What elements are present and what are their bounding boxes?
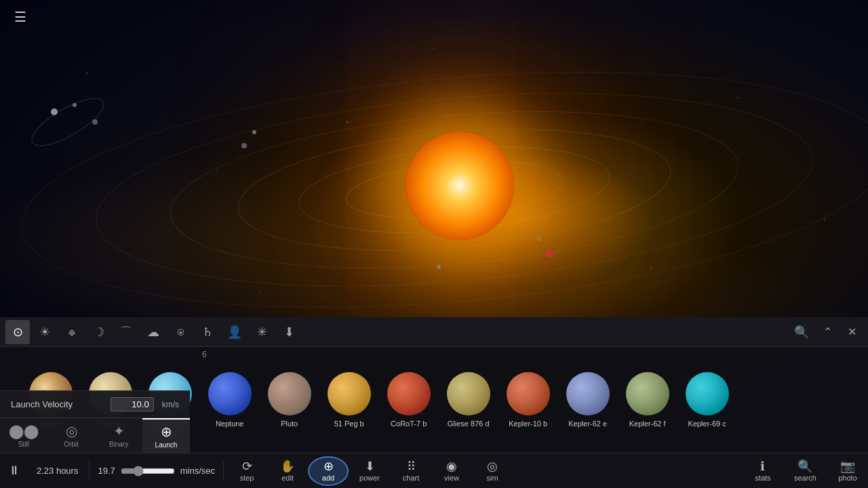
tab-binary[interactable]: ✦ Binary: [95, 418, 142, 453]
obj-btn-sun[interactable]: ☀: [33, 320, 57, 344]
expand-button[interactable]: ⌃: [816, 321, 838, 343]
tab-launch[interactable]: ⊕ Launch: [142, 418, 190, 453]
step-icon: ⟳: [242, 460, 252, 472]
btn-search[interactable]: 🔍 search: [783, 458, 827, 485]
obj-btn-moon[interactable]: ☽: [87, 320, 111, 344]
planet-sphere-corot7b: [387, 372, 431, 415]
search-button-toolbar[interactable]: 🔍: [789, 320, 814, 344]
planet-item-corot7b[interactable]: CoRoT-7 b: [379, 369, 439, 430]
svg-point-11: [73, 103, 77, 107]
planet-sphere-gliese876d: [447, 372, 490, 415]
svg-point-10: [51, 108, 58, 115]
time-display: 2.23 hours: [28, 466, 86, 476]
view-label: view: [444, 474, 459, 482]
planet-sphere-51pegb: [328, 372, 371, 415]
tab-still-label: Still: [18, 441, 29, 448]
search-label: search: [794, 474, 816, 482]
speed-display: 19.7 mins/sec: [92, 466, 220, 476]
nav-tabs: ⬤⬤ Still ◎ Orbit ✦ Binary ⊕ Launch: [0, 418, 190, 453]
btn-power[interactable]: ⬇ power: [349, 458, 391, 485]
btn-photo[interactable]: 📷 photo: [827, 458, 868, 485]
planet-item-kepler62e[interactable]: Kepler-62 e: [558, 369, 618, 430]
edit-icon: ✋: [280, 460, 295, 472]
launch-velocity-input[interactable]: [111, 397, 154, 411]
planet-item-pluto[interactable]: Pluto: [260, 369, 319, 430]
obj-btn-saturn[interactable]: ♄: [195, 320, 220, 344]
planet-sphere-kepler10b: [507, 372, 550, 415]
planet-name-gliese876d: Gliese 876 d: [448, 420, 490, 428]
stats-label: stats: [755, 474, 770, 482]
obj-btn-planet[interactable]: ⊙: [5, 320, 30, 344]
chart-label: chart: [403, 474, 419, 482]
separator-1: [89, 461, 90, 481]
tab-launch-label: Launch: [155, 441, 178, 449]
speed-slider[interactable]: [121, 466, 175, 476]
planet-sphere-pluto: [268, 372, 311, 415]
planet-sphere-kepler69c: [686, 372, 729, 415]
planet-sphere-kepler62e: [566, 372, 610, 415]
obj-btn-comet[interactable]: ⌒: [114, 320, 138, 344]
btn-edit[interactable]: ✋ edit: [267, 458, 308, 485]
view-icon: ◉: [446, 460, 457, 472]
planet-sphere-neptune: [208, 372, 252, 415]
pause-button[interactable]: ⏸: [0, 464, 28, 478]
menu-button[interactable]: ☰: [0, 0, 41, 34]
tab-binary-label: Binary: [109, 441, 128, 448]
planet-name-kepler10b: Kepler-10 b: [509, 420, 547, 428]
btn-chart[interactable]: ⠿ chart: [391, 458, 431, 485]
obj-btn-particle[interactable]: ✳: [250, 320, 274, 344]
obj-btn-cloud[interactable]: ☁: [141, 320, 165, 344]
svg-point-3: [164, 91, 745, 289]
power-label: power: [359, 474, 380, 482]
speed-unit: mins/sec: [180, 466, 215, 476]
planet-name-kepler62f: Kepler-62 f: [629, 420, 666, 428]
svg-point-8: [537, 237, 541, 241]
planet-item-51pegb[interactable]: 51 Peg b: [319, 369, 379, 430]
launch-panel: Launch Velocity km/s: [0, 390, 190, 418]
obj-btn-people[interactable]: 👤: [222, 320, 247, 344]
launch-unit: km/s: [162, 400, 179, 409]
svg-point-6: [545, 249, 553, 258]
object-toolbar: ⊙ ☀ 🜨 ☽ ⌒ ☁ ⍟ ♄ 👤 ✳ ⬇ 🔍 ⌃ ✕: [0, 317, 868, 347]
svg-point-13: [252, 130, 256, 134]
time-value: 2.23 hours: [37, 466, 78, 476]
orbit-icon: ◎: [66, 423, 77, 439]
btn-stats[interactable]: ℹ stats: [743, 458, 783, 485]
planet-item-kepler62f[interactable]: Kepler-62 f: [618, 369, 677, 430]
launch-label: Launch Velocity: [11, 399, 102, 409]
obj-btn-spiral[interactable]: ⍟: [168, 320, 193, 344]
add-icon: ⊕: [323, 460, 334, 472]
speed-value: 19.7: [98, 466, 115, 476]
planet-item-neptune[interactable]: Neptune: [200, 369, 260, 430]
btn-view[interactable]: ◉ view: [431, 458, 472, 485]
sim-label: sim: [486, 474, 498, 482]
planet-item-kepler69c[interactable]: Kepler-69 c: [677, 369, 737, 430]
planet-sphere-kepler62f: [626, 372, 669, 415]
binary-icon: ✦: [113, 423, 125, 439]
planet-name-neptune: Neptune: [216, 420, 244, 428]
close-button[interactable]: ✕: [841, 321, 863, 343]
planet-name-51pegb: 51 Peg b: [334, 420, 364, 428]
obj-btn-gravity[interactable]: ⬇: [277, 320, 301, 344]
svg-point-1: [296, 136, 614, 244]
btn-sim[interactable]: ◎ sim: [472, 458, 513, 485]
planet-item-kepler10b[interactable]: Kepler-10 b: [498, 369, 558, 430]
tab-orbit[interactable]: ◎ Orbit: [47, 418, 95, 453]
svg-point-4: [88, 67, 820, 312]
sim-icon: ◎: [487, 460, 498, 472]
svg-point-0: [344, 153, 565, 226]
btn-step[interactable]: ⟳ step: [226, 458, 267, 485]
step-label: step: [240, 474, 254, 482]
launch-icon: ⊕: [161, 424, 172, 440]
btn-add[interactable]: ⊕ add: [308, 456, 349, 486]
planet-name-pluto: Pluto: [281, 420, 298, 428]
separator-2: [223, 461, 224, 481]
add-label: add: [322, 474, 334, 482]
obj-btn-earth[interactable]: 🜨: [60, 320, 84, 344]
stats-icon: ℹ: [760, 460, 765, 472]
orbital-rings: [0, 0, 868, 325]
photo-label: photo: [838, 474, 857, 482]
tab-still[interactable]: ⬤⬤ Still: [0, 418, 47, 453]
svg-point-14: [241, 143, 247, 148]
planet-item-gliese876d[interactable]: Gliese 876 d: [439, 369, 498, 430]
